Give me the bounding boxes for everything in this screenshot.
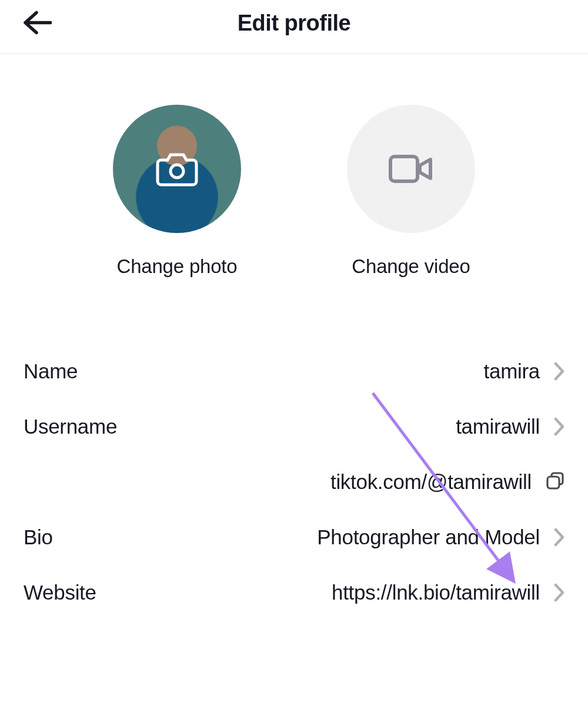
copy-url-button[interactable] — [546, 471, 564, 493]
name-value: tamira — [484, 360, 540, 383]
website-label: Website — [24, 581, 96, 604]
profile-url-row: tiktok.com/@tamirawill — [24, 454, 564, 510]
chevron-right-icon — [554, 528, 564, 547]
camera-icon — [156, 151, 198, 187]
change-video-label: Change video — [352, 255, 470, 278]
name-label: Name — [24, 360, 78, 383]
header: Edit profile — [0, 0, 588, 54]
website-value: https://lnk.bio/tamirawill — [332, 581, 540, 604]
media-section: Change photo Change video — [0, 54, 588, 307]
username-row[interactable]: Username tamirawill — [24, 399, 564, 454]
profile-url-value: tiktok.com/@tamirawill — [330, 470, 532, 494]
change-video-button[interactable]: Change video — [347, 105, 475, 278]
username-label: Username — [24, 415, 117, 438]
back-button[interactable] — [22, 10, 52, 37]
svg-point-0 — [171, 165, 183, 178]
video-camera-icon — [389, 154, 433, 184]
change-photo-label: Change photo — [117, 255, 238, 278]
bio-label: Bio — [24, 525, 53, 549]
chevron-right-icon — [554, 362, 564, 381]
chevron-right-icon — [554, 417, 564, 436]
form-list: Name tamira Username tamirawill tiktok.c… — [0, 307, 588, 620]
copy-icon — [546, 471, 564, 490]
chevron-right-icon — [554, 583, 564, 602]
arrow-left-icon — [22, 10, 52, 35]
bio-row[interactable]: Bio Photographer and Model — [24, 510, 564, 565]
svg-rect-1 — [390, 157, 417, 181]
change-photo-button[interactable]: Change photo — [113, 105, 241, 278]
profile-video-placeholder — [347, 105, 475, 233]
profile-photo — [113, 105, 241, 233]
website-row[interactable]: Website https://lnk.bio/tamirawill — [24, 565, 564, 620]
username-value: tamirawill — [456, 415, 540, 438]
page-title: Edit profile — [0, 11, 588, 36]
bio-value: Photographer and Model — [317, 525, 540, 549]
svg-rect-2 — [547, 477, 559, 488]
name-row[interactable]: Name tamira — [24, 344, 564, 399]
